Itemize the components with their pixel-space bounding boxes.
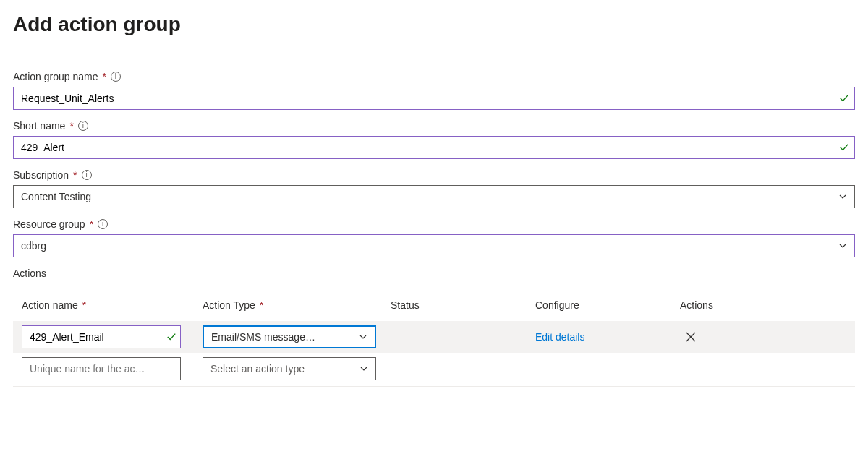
col-action-name: Action name * xyxy=(22,299,203,311)
field-action-group-name: Action group name * i xyxy=(13,71,855,110)
table-row: Email/SMS message… Edit details xyxy=(13,321,855,353)
info-icon[interactable]: i xyxy=(78,121,88,131)
required-marker: * xyxy=(73,169,77,181)
divider xyxy=(13,386,855,387)
select-value: Content Testing xyxy=(21,191,91,202)
delete-row-button[interactable] xyxy=(680,331,702,343)
resource-group-select[interactable]: cdbrg xyxy=(13,234,855,257)
label-text: Action group name xyxy=(13,71,98,82)
action-name-input[interactable] xyxy=(22,325,181,348)
info-icon[interactable]: i xyxy=(111,72,121,82)
page-title: Add action group xyxy=(13,13,855,36)
actions-section-label: Actions xyxy=(13,268,855,279)
chevron-down-icon xyxy=(838,192,847,201)
col-actions: Actions xyxy=(680,299,788,311)
field-resource-group: Resource group * i cdbrg xyxy=(13,218,855,257)
action-type-select[interactable]: Select an action type xyxy=(203,357,376,380)
label-action-group-name: Action group name * i xyxy=(13,71,855,82)
col-status: Status xyxy=(391,299,535,311)
field-short-name: Short name * i xyxy=(13,120,855,159)
label-resource-group: Resource group * i xyxy=(13,218,855,230)
label-subscription: Subscription * i xyxy=(13,169,855,181)
required-marker: * xyxy=(69,120,73,132)
action-group-name-input[interactable] xyxy=(13,87,855,110)
select-value: cdbrg xyxy=(21,240,46,252)
select-placeholder: Select an action type xyxy=(210,363,305,375)
label-text: Resource group xyxy=(13,218,85,230)
required-marker: * xyxy=(103,71,106,82)
info-icon[interactable]: i xyxy=(98,219,108,229)
actions-table-header: Action name * Action Type * Status Confi… xyxy=(13,289,855,321)
required-marker: * xyxy=(90,218,93,230)
select-value: Email/SMS message… xyxy=(211,331,315,343)
short-name-input[interactable] xyxy=(13,136,855,159)
action-type-select[interactable]: Email/SMS message… xyxy=(203,325,376,348)
label-text: Short name xyxy=(13,120,65,132)
label-short-name: Short name * i xyxy=(13,120,855,132)
chevron-down-icon xyxy=(359,364,368,373)
label-text: Subscription xyxy=(13,169,69,181)
chevron-down-icon xyxy=(359,333,367,341)
table-row: Select an action type xyxy=(13,353,855,385)
edit-details-link[interactable]: Edit details xyxy=(535,331,584,343)
field-subscription: Subscription * i Content Testing xyxy=(13,169,855,208)
label-text: Action Type xyxy=(203,299,255,311)
subscription-select[interactable]: Content Testing xyxy=(13,185,855,208)
col-configure: Configure xyxy=(535,299,680,311)
actions-table: Action name * Action Type * Status Confi… xyxy=(13,289,855,387)
info-icon[interactable]: i xyxy=(82,170,92,180)
required-marker: * xyxy=(260,299,263,311)
required-marker: * xyxy=(82,299,86,311)
action-name-input[interactable] xyxy=(22,357,181,380)
label-text: Action name xyxy=(22,299,78,311)
chevron-down-icon xyxy=(838,241,847,250)
col-action-type: Action Type * xyxy=(203,299,391,311)
